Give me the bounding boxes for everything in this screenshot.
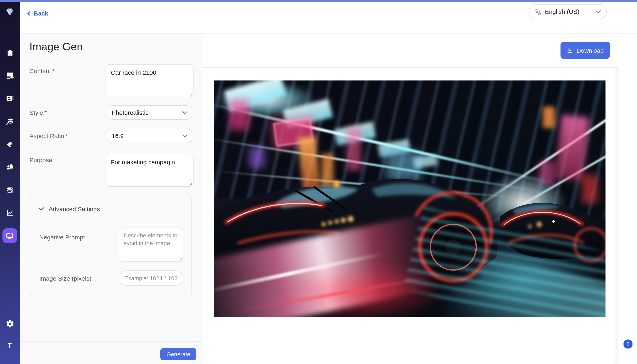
required-marker: * [52, 68, 55, 74]
chevron-down-icon [39, 207, 44, 211]
language-selector[interactable]: English (US) [529, 4, 607, 19]
top-accent-bar [0, 0, 637, 2]
required-marker: * [66, 132, 68, 139]
header: Back English (US) [20, 2, 637, 34]
negative-prompt-label: Negative Prompt [39, 234, 85, 240]
aspect-ratio-label: Aspect Ratio* [30, 132, 68, 139]
data-tools-icon[interactable] [0, 116, 20, 126]
user-document-icon[interactable] [0, 162, 20, 172]
footer-divider [20, 341, 203, 342]
content-input[interactable]: Car race in 2100 [106, 64, 193, 97]
generated-image [214, 80, 605, 316]
main-area: Download [203, 33, 618, 364]
sidebar-item-image-generator[interactable] [3, 228, 17, 243]
race-cars-art [214, 80, 605, 316]
advanced-settings-toggle[interactable]: Advanced Settings [39, 206, 100, 212]
chevron-down-icon [182, 134, 187, 138]
download-icon [567, 47, 573, 54]
main-divider [203, 68, 618, 68]
settings-gear-icon[interactable] [0, 319, 20, 328]
id-card-contacts-icon[interactable] [0, 93, 20, 103]
chevron-down-icon [596, 10, 601, 13]
aspect-ratio-value: 16:9 [112, 132, 124, 139]
sidebar: T [0, 0, 20, 364]
advanced-settings-section: Advanced Settings Negative Prompt Image … [30, 194, 192, 298]
image-generator-icon [5, 231, 14, 240]
image-gen-form-panel: Image Gen Content* Car race in 2100 Styl… [20, 33, 203, 364]
home-icon[interactable] [0, 48, 20, 57]
analytics-chart-icon[interactable] [0, 208, 20, 217]
main-right-shadow [612, 68, 618, 364]
back-button[interactable]: Back [27, 10, 48, 17]
download-label: Download [576, 47, 604, 54]
style-value: Photorealistic [112, 109, 148, 116]
chevron-down-icon [182, 111, 187, 114]
image-size-label: Image Size (pixels) [39, 275, 91, 282]
megaphone-campaigns-icon[interactable] [0, 139, 20, 149]
download-button[interactable]: Download [560, 42, 610, 59]
app-window: T Back English (US) Im [0, 0, 637, 364]
gem-logo-icon[interactable] [0, 6, 20, 17]
page-title: Image Gen [30, 40, 83, 53]
purpose-input[interactable]: For maketing campagin [106, 154, 193, 187]
style-label: Style* [30, 109, 47, 116]
required-marker: * [44, 109, 47, 116]
toggles-icon[interactable] [0, 185, 20, 194]
image-size-input[interactable] [119, 270, 183, 286]
advanced-settings-title: Advanced Settings [49, 206, 100, 212]
content-label: Content* [30, 68, 55, 74]
chevron-left-icon [27, 11, 31, 16]
device-settings-icon[interactable] [0, 70, 20, 80]
style-select[interactable]: Photorealistic [106, 106, 193, 120]
purpose-label: Purpose [30, 156, 52, 164]
translate-icon [534, 8, 541, 15]
language-value: English (US) [545, 8, 579, 15]
aspect-ratio-select[interactable]: 16:9 [106, 129, 193, 143]
negative-prompt-input[interactable] [119, 228, 183, 262]
help-button[interactable]: ? [623, 340, 632, 348]
user-avatar[interactable]: T [0, 342, 20, 350]
back-label: Back [34, 10, 48, 17]
generate-button[interactable]: Generate [160, 348, 196, 360]
